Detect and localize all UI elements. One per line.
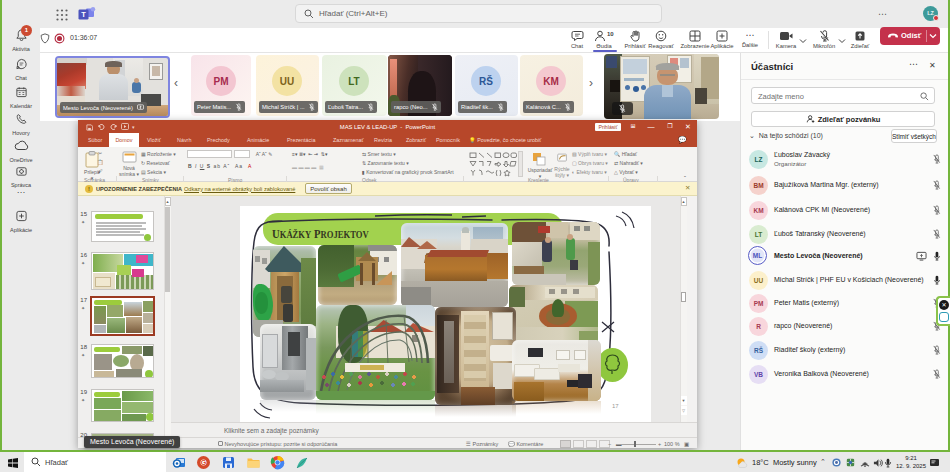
svg-text:10: 10 [607,31,614,37]
svg-text:T: T [81,10,86,19]
svg-text:G: G [201,459,207,466]
